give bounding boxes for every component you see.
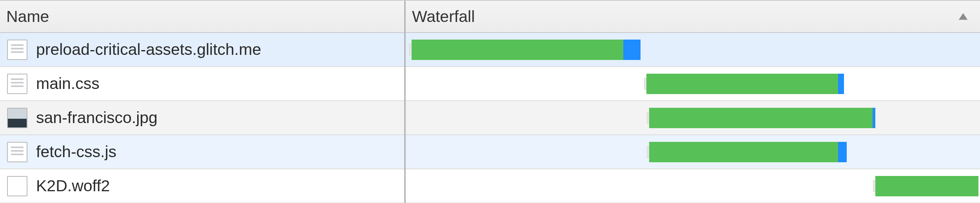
request-name: san-francisco.jpg [36,109,158,127]
column-header-waterfall[interactable]: Waterfall [406,1,980,33]
column-waterfall: Waterfall [406,1,980,203]
network-panel: Name preload-critical-assets.glitch.me m… [0,0,980,203]
name-rows: preload-critical-assets.glitch.me main.c… [0,33,404,203]
waterfall-bar-download [838,142,847,162]
waterfall-bar-waiting [649,108,873,128]
file-type-doc-icon [7,142,27,162]
waterfall-bar-waiting [646,74,838,94]
waterfall-row[interactable] [406,169,980,203]
waterfall-row[interactable] [406,101,980,135]
name-cell: K2D.woff2 [0,176,404,196]
sort-indicator-icon [956,10,970,23]
table-row[interactable]: fetch-css.js [0,135,404,169]
file-type-img-icon [7,108,27,128]
request-name: K2D.woff2 [36,177,110,195]
table-row[interactable]: san-francisco.jpg [0,101,404,135]
column-header-name-label: Name [6,7,49,26]
name-cell: main.css [0,74,404,94]
column-header-waterfall-label: Waterfall [412,7,475,26]
waterfall-bar-download [623,40,641,60]
name-cell: fetch-css.js [0,142,404,162]
request-name: main.css [36,74,100,93]
request-name: preload-critical-assets.glitch.me [36,40,261,59]
waterfall-bar-waiting [649,142,838,162]
table-row[interactable]: preload-critical-assets.glitch.me [0,33,404,67]
file-type-doc-icon [7,74,27,94]
request-name: fetch-css.js [36,143,116,161]
waterfall-row[interactable] [406,33,980,67]
waterfall-bar-download [873,108,875,128]
waterfall-row[interactable] [406,67,980,101]
table-row[interactable]: K2D.woff2 [0,169,404,203]
table-row[interactable]: main.css [0,67,404,101]
waterfall-bar-waiting [412,40,624,60]
name-cell: preload-critical-assets.glitch.me [0,40,404,60]
file-type-doc-icon [7,40,27,60]
waterfall-bar-waiting [875,176,978,196]
column-header-name[interactable]: Name [0,1,404,33]
column-name: Name preload-critical-assets.glitch.me m… [0,1,406,203]
file-type-font-icon [7,176,27,196]
waterfall-row[interactable] [406,135,980,169]
waterfall-rows [406,33,980,203]
name-cell: san-francisco.jpg [0,108,404,128]
waterfall-bar-download [838,74,844,94]
